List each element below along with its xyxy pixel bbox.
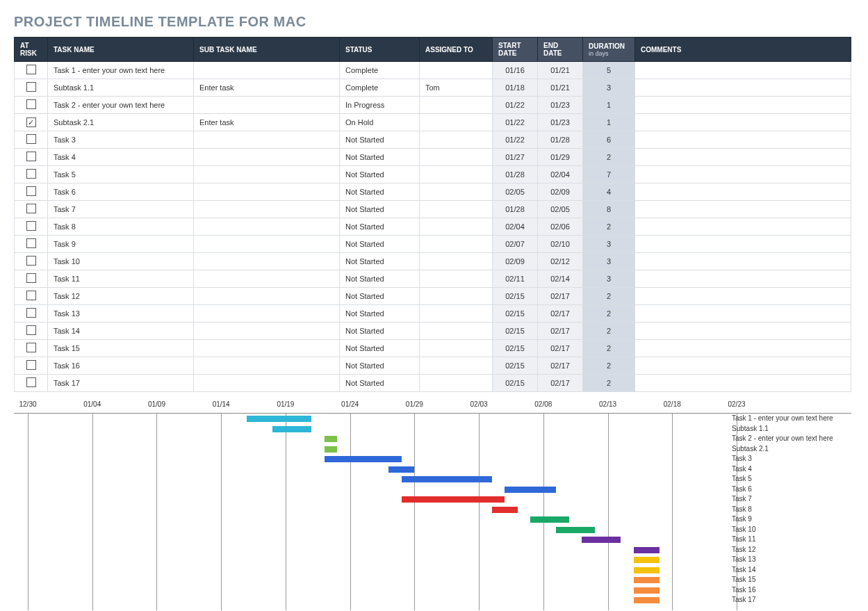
cell-start-date[interactable]: 01/27 — [493, 149, 538, 166]
cell-task-name[interactable]: Task 11 — [48, 270, 194, 288]
cell-sub-task[interactable] — [194, 323, 340, 340]
cell-status[interactable]: In Progress — [340, 97, 420, 114]
cell-comments[interactable] — [635, 236, 851, 253]
at-risk-checkbox[interactable] — [26, 134, 36, 144]
cell-start-date[interactable]: 02/04 — [493, 218, 538, 236]
cell-comments[interactable] — [635, 218, 851, 236]
at-risk-checkbox[interactable] — [26, 343, 36, 352]
at-risk-checkbox[interactable] — [26, 169, 36, 179]
at-risk-checkbox[interactable] — [26, 360, 36, 370]
cell-task-name[interactable]: Task 15 — [48, 340, 194, 357]
cell-sub-task[interactable] — [194, 357, 340, 375]
cell-duration[interactable]: 4 — [583, 184, 635, 201]
cell-comments[interactable] — [635, 305, 851, 323]
at-risk-checkbox[interactable] — [26, 291, 36, 300]
cell-assigned[interactable] — [420, 323, 493, 340]
cell-duration[interactable]: 6 — [583, 131, 635, 149]
at-risk-checkbox[interactable] — [26, 256, 36, 266]
cell-assigned[interactable] — [420, 357, 493, 375]
at-risk-checkbox[interactable] — [26, 65, 36, 74]
cell-start-date[interactable]: 02/15 — [493, 305, 538, 323]
cell-sub-task[interactable] — [194, 253, 340, 270]
cell-status[interactable]: Not Started — [340, 184, 420, 201]
cell-task-name[interactable]: Task 10 — [48, 253, 194, 270]
cell-task-name[interactable]: Task 13 — [48, 305, 194, 323]
at-risk-checkbox[interactable] — [26, 99, 36, 109]
cell-duration[interactable]: 2 — [583, 305, 635, 323]
cell-sub-task[interactable] — [194, 149, 340, 166]
cell-comments[interactable] — [635, 253, 851, 270]
cell-sub-task[interactable] — [194, 218, 340, 236]
cell-end-date[interactable]: 02/17 — [538, 357, 583, 375]
cell-end-date[interactable]: 02/06 — [538, 218, 583, 236]
cell-status[interactable]: Not Started — [340, 305, 420, 323]
cell-status[interactable]: Not Started — [340, 270, 420, 288]
cell-status[interactable]: Not Started — [340, 323, 420, 340]
cell-assigned[interactable] — [420, 114, 493, 131]
cell-end-date[interactable]: 02/05 — [538, 201, 583, 218]
cell-assigned[interactable] — [420, 236, 493, 253]
cell-task-name[interactable]: Task 7 — [48, 201, 194, 218]
cell-comments[interactable] — [635, 201, 851, 218]
cell-sub-task[interactable] — [194, 288, 340, 305]
cell-comments[interactable] — [635, 357, 851, 375]
cell-comments[interactable] — [635, 375, 851, 392]
cell-status[interactable]: Not Started — [340, 288, 420, 305]
cell-task-name[interactable]: Task 4 — [48, 149, 194, 166]
cell-end-date[interactable]: 02/10 — [538, 236, 583, 253]
cell-start-date[interactable]: 02/05 — [493, 184, 538, 201]
at-risk-checkbox[interactable] — [26, 377, 36, 387]
cell-start-date[interactable]: 02/15 — [493, 340, 538, 357]
cell-sub-task[interactable] — [194, 131, 340, 149]
cell-sub-task[interactable] — [194, 375, 340, 392]
cell-status[interactable]: Not Started — [340, 357, 420, 375]
cell-comments[interactable] — [635, 340, 851, 357]
cell-start-date[interactable]: 02/09 — [493, 253, 538, 270]
cell-assigned[interactable] — [420, 201, 493, 218]
cell-status[interactable]: Not Started — [340, 340, 420, 357]
at-risk-checkbox[interactable] — [26, 308, 36, 318]
cell-duration[interactable]: 2 — [583, 323, 635, 340]
cell-duration[interactable]: 1 — [583, 114, 635, 131]
cell-assigned[interactable] — [420, 131, 493, 149]
cell-start-date[interactable]: 02/15 — [493, 375, 538, 392]
at-risk-checkbox[interactable] — [26, 204, 36, 213]
cell-end-date[interactable]: 01/23 — [538, 97, 583, 114]
cell-task-name[interactable]: Task 2 - enter your own text here — [48, 97, 194, 114]
cell-end-date[interactable]: 02/12 — [538, 253, 583, 270]
cell-task-name[interactable]: Task 12 — [48, 288, 194, 305]
cell-status[interactable]: Complete — [340, 62, 420, 79]
at-risk-checkbox[interactable]: ✓ — [26, 117, 36, 127]
cell-duration[interactable]: 2 — [583, 288, 635, 305]
cell-comments[interactable] — [635, 97, 851, 114]
cell-start-date[interactable]: 02/15 — [493, 288, 538, 305]
cell-duration[interactable]: 2 — [583, 340, 635, 357]
cell-start-date[interactable]: 02/15 — [493, 323, 538, 340]
cell-task-name[interactable]: Task 3 — [48, 131, 194, 149]
cell-comments[interactable] — [635, 131, 851, 149]
cell-task-name[interactable]: Task 5 — [48, 166, 194, 184]
cell-assigned[interactable] — [420, 166, 493, 184]
cell-task-name[interactable]: Task 6 — [48, 184, 194, 201]
cell-duration[interactable]: 5 — [583, 62, 635, 79]
cell-task-name[interactable]: Task 16 — [48, 357, 194, 375]
cell-start-date[interactable]: 01/18 — [493, 79, 538, 97]
cell-start-date[interactable]: 01/16 — [493, 62, 538, 79]
cell-sub-task[interactable] — [194, 340, 340, 357]
cell-status[interactable]: Not Started — [340, 375, 420, 392]
cell-sub-task[interactable] — [194, 270, 340, 288]
cell-assigned[interactable] — [420, 218, 493, 236]
cell-sub-task[interactable] — [194, 236, 340, 253]
cell-end-date[interactable]: 01/21 — [538, 79, 583, 97]
cell-comments[interactable] — [635, 166, 851, 184]
at-risk-checkbox[interactable] — [26, 325, 36, 335]
cell-end-date[interactable]: 02/17 — [538, 375, 583, 392]
cell-comments[interactable] — [635, 114, 851, 131]
cell-status[interactable]: Not Started — [340, 166, 420, 184]
cell-start-date[interactable]: 01/22 — [493, 131, 538, 149]
cell-sub-task[interactable] — [194, 97, 340, 114]
cell-task-name[interactable]: Subtask 2.1 — [48, 114, 194, 131]
cell-start-date[interactable]: 01/28 — [493, 166, 538, 184]
cell-sub-task[interactable]: Enter task — [194, 114, 340, 131]
cell-assigned[interactable] — [420, 149, 493, 166]
